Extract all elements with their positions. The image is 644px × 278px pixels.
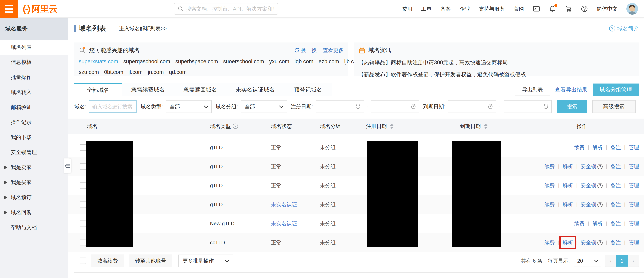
sidebar-item-操作记录[interactable]: 操作记录 (0, 115, 68, 130)
domain-status-cell[interactable]: 未实名认证 (271, 195, 297, 214)
top-menu-item[interactable]: 支持与服务 (479, 6, 505, 13)
action-续费[interactable]: 续费 (544, 163, 555, 170)
select-all-checkbox[interactable] (80, 257, 86, 264)
top-menu-item[interactable]: 工单 (421, 6, 432, 13)
suggested-domain[interactable]: iqb.com (294, 59, 314, 65)
action-备注[interactable]: 备注 (610, 163, 621, 170)
aliyun-logo[interactable]: (-) 阿里云 (23, 0, 58, 18)
suggested-domain[interactable]: 0bt.com (104, 69, 124, 75)
transfer-account-button[interactable]: 转至其他账号 (129, 254, 172, 267)
action-安全锁[interactable]: 安全锁? (580, 239, 602, 246)
type-help-icon[interactable]: ? (233, 123, 238, 129)
row-checkbox[interactable] (80, 164, 86, 170)
domain-intro-link[interactable]: ? 域名简介 (609, 18, 639, 39)
sidebar-item-安全锁管理[interactable]: 安全锁管理 (0, 145, 68, 160)
suggested-domain[interactable]: suoerschool.com (223, 59, 264, 65)
action-管理[interactable]: 管理 (628, 182, 639, 189)
action-续费[interactable]: 续费 (574, 144, 584, 151)
sidebar-item-域名预订[interactable]: 域名预订 (0, 190, 68, 205)
action-备注[interactable]: 备注 (610, 144, 621, 151)
sidebar-item-帮助与文档[interactable]: 帮助与文档 (0, 220, 68, 235)
advanced-search-button[interactable]: 高级搜索 (592, 100, 636, 113)
reg-date-sort-control[interactable] (390, 123, 394, 129)
top-menu-item[interactable]: 费用 (402, 6, 412, 13)
top-menu-item[interactable]: 企业 (460, 6, 470, 13)
prev-page-button[interactable]: ‹ (605, 255, 616, 266)
group-filter-select[interactable]: 全部 (241, 100, 287, 113)
sidebar-item-域名转入[interactable]: 域名转入 (0, 85, 68, 100)
action-安全锁[interactable]: 安全锁? (580, 182, 602, 189)
suggested-domain[interactable]: superqaschool.com (124, 59, 170, 65)
action-管理[interactable]: 管理 (628, 144, 639, 151)
suggested-domain[interactable]: ezb.com (318, 59, 339, 65)
action-解析[interactable]: 解析 (562, 163, 573, 170)
search-button[interactable]: 搜索 (557, 100, 587, 113)
tab-未实名认证域名[interactable]: 未实名认证域名 (226, 83, 284, 96)
more-batch-actions-select[interactable]: 更多批量操作 (178, 254, 233, 267)
action-管理[interactable]: 管理 (628, 201, 639, 208)
exp-date-end-input[interactable] (504, 100, 552, 113)
action-续费[interactable]: 续费 (544, 182, 555, 189)
tab-急需续费域名[interactable]: 急需续费域名 (122, 83, 174, 96)
tab-全部域名[interactable]: 全部域名 (74, 83, 122, 96)
row-checkbox[interactable] (80, 202, 86, 208)
global-search-box[interactable] (174, 3, 278, 15)
action-管理[interactable]: 管理 (628, 163, 639, 170)
suggested-domain[interactable]: qd.com (169, 69, 187, 75)
suggested-domain[interactable]: jn.com (148, 69, 164, 75)
sidebar-collapse-handle[interactable] (64, 158, 71, 174)
action-解析[interactable]: 解析 (592, 220, 602, 227)
action-解析[interactable]: 解析 (592, 144, 602, 151)
top-menu-item[interactable]: 官网 (514, 6, 524, 13)
tab-预登记域名[interactable]: 预登记域名 (284, 83, 332, 96)
tab-急需赎回域名[interactable]: 急需赎回域名 (174, 83, 226, 96)
action-解析[interactable]: 解析 (562, 239, 573, 246)
suggested-domain[interactable]: yxu.com (269, 59, 290, 65)
user-avatar[interactable] (626, 3, 638, 15)
top-menu-item[interactable]: 备案 (440, 6, 451, 13)
sidebar-item-信息模板[interactable]: 信息模板 (0, 55, 68, 70)
cart-icon[interactable] (565, 5, 572, 13)
action-备注[interactable]: 备注 (610, 182, 621, 189)
sidebar-item-我是买家[interactable]: 我是买家 (0, 175, 68, 190)
hamburger-menu-button[interactable] (0, 0, 18, 18)
suggested-domain[interactable]: superbspace.com (176, 59, 218, 65)
current-page-button[interactable]: 1 (616, 255, 628, 266)
exp-date-sort-control[interactable] (484, 123, 488, 129)
suggested-domain[interactable]: jl.com (128, 69, 143, 75)
help-icon[interactable] (581, 5, 588, 13)
suggested-domain[interactable]: superxstats.com (79, 59, 118, 65)
sidebar-item-批量操作[interactable]: 批量操作 (0, 70, 68, 85)
notification-bell-icon[interactable] (549, 5, 556, 13)
see-more-domains-link[interactable]: 查看更多 (323, 47, 344, 54)
action-解析[interactable]: 解析 (562, 201, 573, 208)
row-checkbox[interactable] (80, 145, 86, 151)
terminal-icon[interactable] (533, 5, 540, 13)
domain-search-field[interactable]: 输入域名进行搜索 (89, 100, 136, 113)
action-备注[interactable]: 备注 (610, 201, 621, 208)
refresh-domains-link[interactable]: 换一换 (294, 47, 317, 54)
page-size-select[interactable]: 20 (574, 255, 601, 267)
global-search-input[interactable] (186, 6, 274, 12)
action-续费[interactable]: 续费 (574, 220, 584, 227)
row-checkbox[interactable] (80, 220, 86, 227)
reg-date-end-input[interactable] (371, 100, 419, 113)
sidebar-item-我的下载[interactable]: 我的下载 (0, 130, 68, 145)
language-switcher[interactable]: 简体中文 (597, 6, 618, 13)
sidebar-item-域名列表[interactable]: 域名列表 (0, 40, 68, 55)
export-list-button[interactable]: 导出列表 (515, 84, 550, 96)
news-item[interactable]: 【热销爆品】商标自助注册申请300元起，高效快速递交商标局 (358, 59, 634, 66)
news-item[interactable]: 【新品发布】软件著作权登记，保护开发者权益，避免代码被盗或侵权 (358, 71, 634, 78)
next-page-button[interactable]: › (628, 255, 639, 266)
row-checkbox[interactable] (80, 239, 86, 246)
action-备注[interactable]: 备注 (610, 239, 621, 246)
sidebar-item-我是卖家[interactable]: 我是卖家 (0, 160, 68, 175)
sidebar-item-邮箱验证[interactable]: 邮箱验证 (0, 100, 68, 115)
action-管理[interactable]: 管理 (628, 220, 639, 227)
action-管理[interactable]: 管理 (628, 239, 639, 246)
sidebar-item-域名回购[interactable]: 域名回购 (0, 205, 68, 220)
domain-status-cell[interactable]: 未实名认证 (271, 214, 297, 233)
action-续费[interactable]: 续费 (544, 201, 555, 208)
type-filter-select[interactable]: 全部 (166, 100, 212, 113)
row-checkbox[interactable] (80, 183, 86, 189)
